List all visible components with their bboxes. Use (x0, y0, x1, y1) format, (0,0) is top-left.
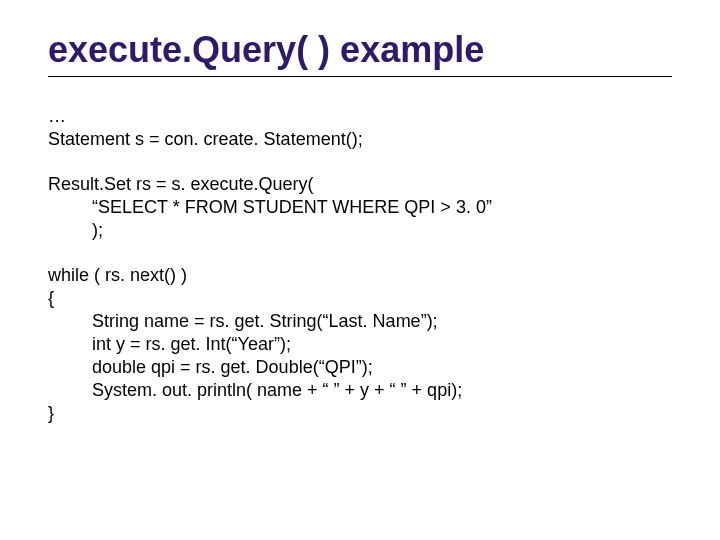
code-line-brace-open: { (48, 287, 672, 310)
code-line-statement-decl: Statement s = con. create. Statement(); (48, 128, 672, 151)
code-line-sql: “SELECT * FROM STUDENT WHERE QPI > 3. 0” (48, 196, 672, 219)
code-line-println: System. out. println( name + “ ” + y + “… (48, 379, 672, 402)
code-block-2: Result.Set rs = s. execute.Query( “SELEC… (48, 173, 672, 242)
code-line-getint: int y = rs. get. Int(“Year”); (48, 333, 672, 356)
code-body: … Statement s = con. create. Statement()… (48, 105, 672, 425)
code-block-1: … Statement s = con. create. Statement()… (48, 105, 672, 151)
code-line-paren-close: ); (48, 219, 672, 242)
code-line-while: while ( rs. next() ) (48, 264, 672, 287)
code-line-ellipsis: … (48, 105, 672, 128)
code-line-getstring: String name = rs. get. String(“Last. Nam… (48, 310, 672, 333)
code-line-getdouble: double qpi = rs. get. Double(“QPI”); (48, 356, 672, 379)
slide-title: execute.Query( ) example (48, 30, 672, 70)
slide: execute.Query( ) example … Statement s =… (0, 0, 720, 540)
code-block-3: while ( rs. next() ) { String name = rs.… (48, 264, 672, 425)
code-line-resultset-decl: Result.Set rs = s. execute.Query( (48, 173, 672, 196)
code-line-brace-close: } (48, 402, 672, 425)
title-container: execute.Query( ) example (48, 30, 672, 77)
